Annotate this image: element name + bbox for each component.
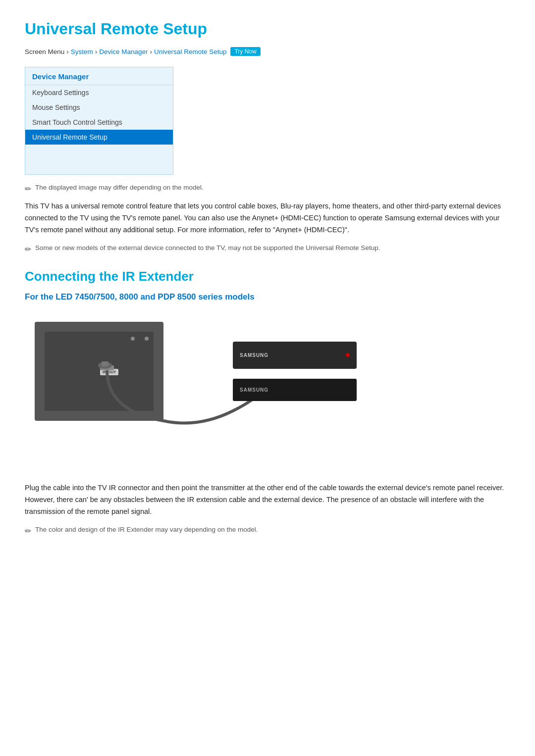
body-paragraph-2: Plug the cable into the TV IR connector … bbox=[25, 482, 510, 518]
samsung-label-2: SAMSUNG bbox=[240, 387, 268, 393]
breadcrumb-sep-2: › bbox=[95, 48, 98, 55]
menu-item-smart-touch[interactable]: Smart Touch Control Settings bbox=[25, 115, 173, 130]
tv-dot-1 bbox=[131, 337, 135, 341]
breadcrumb-system[interactable]: System bbox=[71, 48, 93, 55]
page-title: Universal Remote Setup bbox=[25, 20, 510, 38]
menu-item-universal-remote[interactable]: Universal Remote Setup bbox=[25, 130, 173, 145]
bottom-note-ir-extender: ✏ The color and design of the IR Extende… bbox=[25, 526, 510, 536]
breadcrumb-sep-1: › bbox=[66, 48, 69, 55]
samsung-device-remote: SAMSUNG bbox=[233, 379, 357, 401]
menu-item-mouse[interactable]: Mouse Settings bbox=[25, 100, 173, 115]
body-paragraph-1: This TV has a universal remote control f… bbox=[25, 201, 510, 236]
note-icon-2: ✏ bbox=[25, 245, 31, 254]
menu-header: Device Manager bbox=[25, 67, 173, 85]
section-title-ir-extender: Connecting the IR Extender bbox=[25, 269, 510, 284]
tv-panel-inner bbox=[45, 332, 154, 411]
note-icon-3: ✏ bbox=[25, 526, 31, 536]
note-image-differ: ✏ The displayed image may differ dependi… bbox=[25, 184, 510, 194]
samsung-label-1: SAMSUNG bbox=[240, 353, 268, 358]
note-text-2: Some or new models of the external devic… bbox=[35, 244, 380, 252]
breadcrumb-screen-menu: Screen Menu bbox=[25, 48, 64, 55]
samsung-power-dot bbox=[346, 353, 350, 357]
note-text-1: The displayed image may differ depending… bbox=[35, 184, 204, 191]
try-now-button[interactable]: Try Now bbox=[230, 47, 260, 56]
ir-out-label: IR OUT bbox=[100, 369, 118, 375]
note-universal-remote-support: ✏ Some or new models of the external dev… bbox=[25, 244, 510, 254]
menu-item-keyboard[interactable]: Keyboard Settings bbox=[25, 85, 173, 100]
ir-extender-illustration: IR OUT SAMSUNG SAMSUNG bbox=[25, 312, 362, 470]
sub-section-title-led-models: For the LED 7450/7500, 8000 and PDP 8500… bbox=[25, 292, 510, 302]
breadcrumb-universal-remote[interactable]: Universal Remote Setup bbox=[154, 48, 226, 55]
tv-dot-2 bbox=[145, 337, 149, 341]
tv-back-panel: IR OUT bbox=[35, 322, 163, 421]
breadcrumb-sep-3: › bbox=[150, 48, 153, 55]
breadcrumb-device-manager[interactable]: Device Manager bbox=[99, 48, 148, 55]
tv-dots-top bbox=[131, 337, 149, 341]
bottom-note-text: The color and design of the IR Extender … bbox=[35, 526, 258, 533]
samsung-device-box: SAMSUNG bbox=[233, 342, 357, 369]
note-icon-1: ✏ bbox=[25, 184, 31, 194]
breadcrumb: Screen Menu › System › Device Manager › … bbox=[25, 47, 510, 56]
device-manager-menu: Device Manager Keyboard Settings Mouse S… bbox=[25, 67, 173, 175]
